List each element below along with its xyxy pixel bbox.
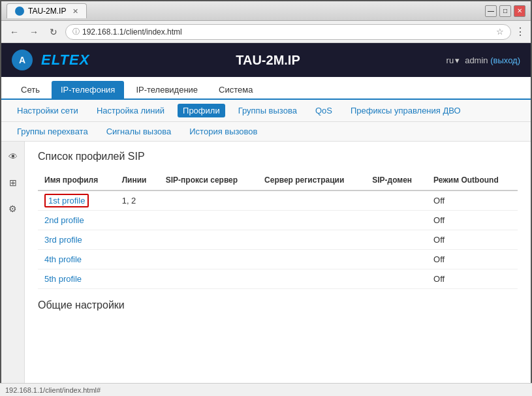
- minimize-button[interactable]: —: [485, 5, 497, 17]
- tab-title: TAU-2M.IP: [28, 7, 66, 16]
- svg-text:A: A: [19, 55, 25, 65]
- profile-reg-server-cell: [258, 230, 366, 250]
- lang-label: ru: [446, 55, 454, 65]
- profile-sip-domain-cell: [366, 230, 427, 250]
- profile-link[interactable]: 4th profile: [44, 254, 82, 264]
- profile-name-cell: 5th profile: [38, 269, 116, 289]
- nav-item-ip-telephony[interactable]: IP-телефония: [52, 81, 124, 99]
- user-info: admin (выход): [465, 55, 520, 65]
- app-title: TAU-2M.IP: [89, 53, 446, 68]
- bottom-section-title: Общие настройки: [38, 299, 518, 311]
- profiles-table: Имя профиля Линии SIP-прокси сервер Серв…: [38, 172, 518, 289]
- profile-sip-domain-cell: [366, 250, 427, 269]
- profile-sip-proxy-cell: [159, 211, 258, 230]
- address-box[interactable]: ⓘ 192.168.1.1/client/index.html ☆: [65, 24, 511, 40]
- section-title: Список профилей SIP: [38, 151, 518, 162]
- bookmark-icon[interactable]: ☆: [496, 27, 504, 37]
- nav-item-ip-tv[interactable]: IP-телевидение: [127, 81, 207, 99]
- logo: A ELTEX: [12, 50, 89, 70]
- subnav-dvo-prefixes[interactable]: Префиксы управления ДВО: [345, 104, 466, 117]
- table-row: 4th profileOff: [38, 250, 518, 269]
- sub-nav: Настройки сети Настройка линий Профили Г…: [1, 100, 531, 122]
- table-row: 1st profile1, 2Off: [38, 190, 518, 211]
- profile-reg-server-cell: [258, 211, 366, 230]
- profile-lines-cell: 1, 2: [116, 190, 159, 211]
- main-area: 👁 ⊞ ⚙ Список профилей SIP Имя профиля Ли…: [1, 142, 531, 393]
- col-header-sip-domain: SIP-домен: [366, 172, 427, 190]
- profile-sip-proxy-cell: [159, 230, 258, 250]
- grid-icon[interactable]: ⊞: [5, 174, 22, 191]
- main-nav: Сеть IP-телефония IP-телевидение Система: [1, 77, 531, 100]
- subnav-line-settings[interactable]: Настройка линий: [91, 104, 170, 117]
- col-header-sip-proxy: SIP-прокси сервер: [159, 172, 258, 190]
- profile-reg-server-cell: [258, 190, 366, 211]
- profile-reg-server-cell: [258, 250, 366, 269]
- table-row: 5th profileOff: [38, 269, 518, 289]
- statusbar: 192.168.1.1/client/index.html#: [0, 383, 532, 396]
- profile-link[interactable]: 5th profile: [44, 274, 82, 284]
- profile-outbound-cell: Off: [427, 211, 518, 230]
- addressbar: ← → ↻ ⓘ 192.168.1.1/client/index.html ☆ …: [1, 21, 531, 43]
- subnav-call-groups[interactable]: Группы вызова: [233, 104, 302, 117]
- tab-favicon: [15, 7, 24, 16]
- username: admin: [465, 55, 488, 65]
- subnav-network-settings[interactable]: Настройки сети: [12, 104, 84, 117]
- subnav-profiles[interactable]: Профили: [178, 104, 225, 117]
- logout-link[interactable]: (выход): [490, 55, 520, 65]
- nav-item-network[interactable]: Сеть: [12, 81, 49, 99]
- profile-sip-domain-cell: [366, 269, 427, 289]
- statusbar-url: 192.168.1.1/client/index.html#: [5, 386, 101, 394]
- profile-name-cell: 1st profile: [38, 190, 116, 211]
- eye-icon[interactable]: 👁: [5, 148, 22, 165]
- nav-item-system[interactable]: Система: [210, 81, 262, 99]
- lang-arrow: ▾: [455, 55, 460, 65]
- profile-reg-server-cell: [258, 269, 366, 289]
- lock-icon: ⓘ: [72, 27, 80, 37]
- profile-outbound-cell: Off: [427, 190, 518, 211]
- profile-outbound-cell: Off: [427, 250, 518, 269]
- tab-close-button[interactable]: ✕: [72, 7, 78, 16]
- back-button[interactable]: ←: [7, 24, 22, 40]
- content-area: Список профилей SIP Имя профиля Линии SI…: [25, 142, 531, 393]
- profile-sip-proxy-cell: [159, 190, 258, 211]
- profile-name-cell: 2nd profile: [38, 211, 116, 230]
- logo-text: ELTEX: [37, 52, 89, 69]
- bottom-section: Общие настройки: [38, 299, 518, 311]
- subnav2-call-signals[interactable]: Сигналы вызова: [101, 125, 177, 138]
- browser-tab[interactable]: TAU-2M.IP ✕: [7, 3, 87, 18]
- table-row: 3rd profileOff: [38, 230, 518, 250]
- profile-name-cell: 3rd profile: [38, 230, 116, 250]
- header-right: ru ▾ admin (выход): [446, 55, 520, 65]
- profile-link[interactable]: 2nd profile: [44, 215, 84, 225]
- subnav-qos[interactable]: QoS: [310, 104, 337, 117]
- profile-outbound-cell: Off: [427, 269, 518, 289]
- profile-lines-cell: [116, 230, 159, 250]
- sidebar: 👁 ⊞ ⚙: [1, 142, 25, 393]
- subnav2-call-history[interactable]: История вызовов: [184, 125, 262, 138]
- profile-outbound-cell: Off: [427, 230, 518, 250]
- profile-name-cell: 4th profile: [38, 250, 116, 269]
- titlebar: TAU-2M.IP ✕ — □ ✕: [1, 1, 531, 21]
- table-row: 2nd profileOff: [38, 211, 518, 230]
- profile-lines-cell: [116, 269, 159, 289]
- profile-lines-cell: [116, 211, 159, 230]
- profile-link[interactable]: 1st profile: [44, 194, 89, 207]
- refresh-button[interactable]: ↻: [46, 24, 61, 40]
- gear-icon[interactable]: ⚙: [5, 200, 22, 217]
- browser-menu-button[interactable]: ⋮: [515, 25, 525, 38]
- forward-button[interactable]: →: [26, 24, 42, 40]
- language-selector[interactable]: ru ▾: [446, 55, 460, 65]
- close-button[interactable]: ✕: [514, 5, 525, 17]
- profile-sip-proxy-cell: [159, 269, 258, 289]
- col-header-name: Имя профиля: [38, 172, 116, 190]
- profile-link[interactable]: 3rd profile: [44, 235, 82, 245]
- logo-icon: A: [12, 50, 33, 70]
- profile-sip-domain-cell: [366, 211, 427, 230]
- app-header: A ELTEX TAU-2M.IP ru ▾ admin (выход): [1, 43, 531, 77]
- table-header-row: Имя профиля Линии SIP-прокси сервер Серв…: [38, 172, 518, 190]
- profile-sip-proxy-cell: [159, 250, 258, 269]
- subnav2-intercept-groups[interactable]: Группы перехвата: [12, 125, 93, 138]
- col-header-reg-server: Сервер регистрации: [258, 172, 366, 190]
- url-text: 192.168.1.1/client/index.html: [82, 27, 493, 37]
- maximize-button[interactable]: □: [499, 5, 511, 17]
